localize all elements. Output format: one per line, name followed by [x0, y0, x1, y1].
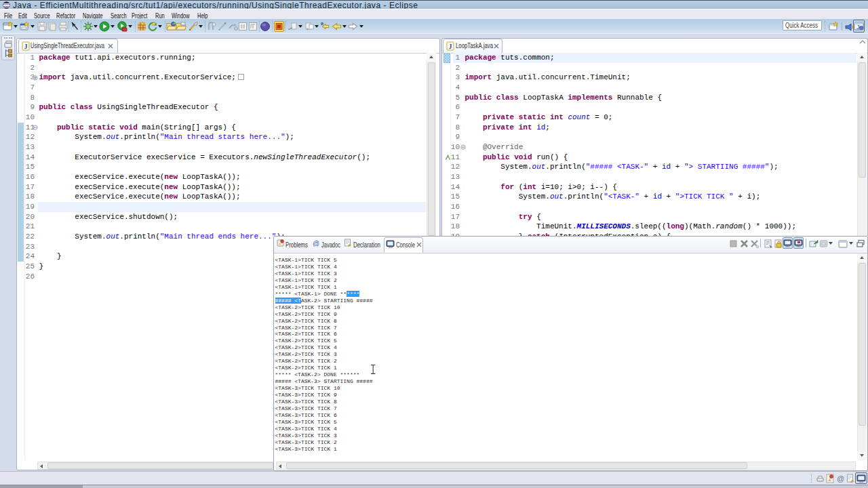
svg-text:@: @: [313, 240, 319, 247]
svg-text:J: J: [448, 43, 452, 50]
svg-text:@: @: [837, 474, 844, 483]
svg-text:J: J: [24, 43, 27, 50]
svg-text:J: J: [856, 24, 860, 30]
